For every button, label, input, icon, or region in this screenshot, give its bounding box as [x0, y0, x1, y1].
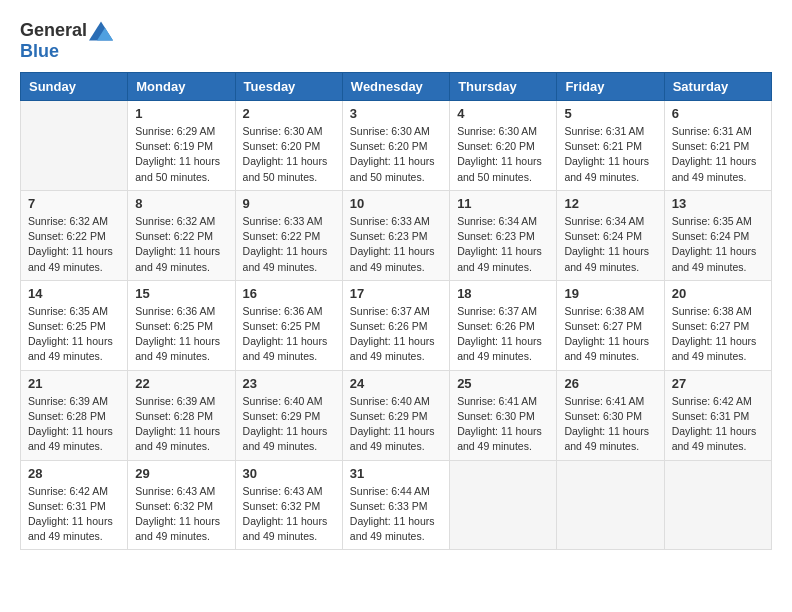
weekday-header-wednesday: Wednesday	[342, 73, 449, 101]
day-info: Sunrise: 6:38 AM Sunset: 6:27 PM Dayligh…	[564, 304, 656, 365]
day-info: Sunrise: 6:39 AM Sunset: 6:28 PM Dayligh…	[135, 394, 227, 455]
day-info: Sunrise: 6:44 AM Sunset: 6:33 PM Dayligh…	[350, 484, 442, 545]
day-info: Sunrise: 6:33 AM Sunset: 6:22 PM Dayligh…	[243, 214, 335, 275]
day-number: 29	[135, 466, 227, 481]
calendar-week-row: 28Sunrise: 6:42 AM Sunset: 6:31 PM Dayli…	[21, 460, 772, 550]
day-number: 15	[135, 286, 227, 301]
calendar-cell: 26Sunrise: 6:41 AM Sunset: 6:30 PM Dayli…	[557, 370, 664, 460]
calendar-cell: 31Sunrise: 6:44 AM Sunset: 6:33 PM Dayli…	[342, 460, 449, 550]
weekday-header-thursday: Thursday	[450, 73, 557, 101]
calendar-cell: 7Sunrise: 6:32 AM Sunset: 6:22 PM Daylig…	[21, 190, 128, 280]
calendar-body: 1Sunrise: 6:29 AM Sunset: 6:19 PM Daylig…	[21, 101, 772, 550]
day-number: 12	[564, 196, 656, 211]
calendar-cell: 10Sunrise: 6:33 AM Sunset: 6:23 PM Dayli…	[342, 190, 449, 280]
day-info: Sunrise: 6:43 AM Sunset: 6:32 PM Dayligh…	[243, 484, 335, 545]
day-info: Sunrise: 6:31 AM Sunset: 6:21 PM Dayligh…	[672, 124, 764, 185]
calendar-cell: 3Sunrise: 6:30 AM Sunset: 6:20 PM Daylig…	[342, 101, 449, 191]
day-number: 11	[457, 196, 549, 211]
day-number: 24	[350, 376, 442, 391]
calendar-cell: 6Sunrise: 6:31 AM Sunset: 6:21 PM Daylig…	[664, 101, 771, 191]
calendar-cell: 19Sunrise: 6:38 AM Sunset: 6:27 PM Dayli…	[557, 280, 664, 370]
day-number: 14	[28, 286, 120, 301]
day-number: 10	[350, 196, 442, 211]
day-info: Sunrise: 6:30 AM Sunset: 6:20 PM Dayligh…	[243, 124, 335, 185]
day-info: Sunrise: 6:37 AM Sunset: 6:26 PM Dayligh…	[350, 304, 442, 365]
calendar-cell	[21, 101, 128, 191]
calendar-cell: 2Sunrise: 6:30 AM Sunset: 6:20 PM Daylig…	[235, 101, 342, 191]
calendar-cell: 16Sunrise: 6:36 AM Sunset: 6:25 PM Dayli…	[235, 280, 342, 370]
day-info: Sunrise: 6:41 AM Sunset: 6:30 PM Dayligh…	[564, 394, 656, 455]
logo-icon	[89, 21, 113, 41]
day-number: 28	[28, 466, 120, 481]
day-number: 13	[672, 196, 764, 211]
day-info: Sunrise: 6:36 AM Sunset: 6:25 PM Dayligh…	[135, 304, 227, 365]
logo-blue-text: Blue	[20, 41, 59, 62]
calendar-cell: 12Sunrise: 6:34 AM Sunset: 6:24 PM Dayli…	[557, 190, 664, 280]
day-number: 2	[243, 106, 335, 121]
calendar-cell: 11Sunrise: 6:34 AM Sunset: 6:23 PM Dayli…	[450, 190, 557, 280]
calendar-cell	[664, 460, 771, 550]
calendar-cell: 28Sunrise: 6:42 AM Sunset: 6:31 PM Dayli…	[21, 460, 128, 550]
day-number: 4	[457, 106, 549, 121]
calendar-cell: 29Sunrise: 6:43 AM Sunset: 6:32 PM Dayli…	[128, 460, 235, 550]
day-info: Sunrise: 6:42 AM Sunset: 6:31 PM Dayligh…	[672, 394, 764, 455]
day-number: 8	[135, 196, 227, 211]
day-number: 1	[135, 106, 227, 121]
page-header: General Blue	[20, 20, 772, 62]
day-info: Sunrise: 6:41 AM Sunset: 6:30 PM Dayligh…	[457, 394, 549, 455]
calendar-header-row: SundayMondayTuesdayWednesdayThursdayFrid…	[21, 73, 772, 101]
day-info: Sunrise: 6:29 AM Sunset: 6:19 PM Dayligh…	[135, 124, 227, 185]
day-number: 6	[672, 106, 764, 121]
day-number: 19	[564, 286, 656, 301]
day-info: Sunrise: 6:34 AM Sunset: 6:23 PM Dayligh…	[457, 214, 549, 275]
calendar-week-row: 7Sunrise: 6:32 AM Sunset: 6:22 PM Daylig…	[21, 190, 772, 280]
day-number: 21	[28, 376, 120, 391]
calendar-cell: 1Sunrise: 6:29 AM Sunset: 6:19 PM Daylig…	[128, 101, 235, 191]
calendar-cell: 25Sunrise: 6:41 AM Sunset: 6:30 PM Dayli…	[450, 370, 557, 460]
day-number: 22	[135, 376, 227, 391]
day-info: Sunrise: 6:39 AM Sunset: 6:28 PM Dayligh…	[28, 394, 120, 455]
day-info: Sunrise: 6:30 AM Sunset: 6:20 PM Dayligh…	[457, 124, 549, 185]
day-number: 30	[243, 466, 335, 481]
day-number: 5	[564, 106, 656, 121]
calendar-week-row: 14Sunrise: 6:35 AM Sunset: 6:25 PM Dayli…	[21, 280, 772, 370]
day-info: Sunrise: 6:32 AM Sunset: 6:22 PM Dayligh…	[28, 214, 120, 275]
calendar-week-row: 21Sunrise: 6:39 AM Sunset: 6:28 PM Dayli…	[21, 370, 772, 460]
day-number: 31	[350, 466, 442, 481]
calendar-cell	[450, 460, 557, 550]
day-number: 23	[243, 376, 335, 391]
calendar-cell	[557, 460, 664, 550]
calendar-cell: 5Sunrise: 6:31 AM Sunset: 6:21 PM Daylig…	[557, 101, 664, 191]
day-number: 7	[28, 196, 120, 211]
day-info: Sunrise: 6:33 AM Sunset: 6:23 PM Dayligh…	[350, 214, 442, 275]
calendar-week-row: 1Sunrise: 6:29 AM Sunset: 6:19 PM Daylig…	[21, 101, 772, 191]
day-number: 3	[350, 106, 442, 121]
day-info: Sunrise: 6:43 AM Sunset: 6:32 PM Dayligh…	[135, 484, 227, 545]
day-info: Sunrise: 6:31 AM Sunset: 6:21 PM Dayligh…	[564, 124, 656, 185]
day-number: 9	[243, 196, 335, 211]
day-info: Sunrise: 6:40 AM Sunset: 6:29 PM Dayligh…	[350, 394, 442, 455]
day-info: Sunrise: 6:32 AM Sunset: 6:22 PM Dayligh…	[135, 214, 227, 275]
day-info: Sunrise: 6:35 AM Sunset: 6:24 PM Dayligh…	[672, 214, 764, 275]
logo: General Blue	[20, 20, 113, 62]
calendar-cell: 21Sunrise: 6:39 AM Sunset: 6:28 PM Dayli…	[21, 370, 128, 460]
day-info: Sunrise: 6:38 AM Sunset: 6:27 PM Dayligh…	[672, 304, 764, 365]
day-number: 27	[672, 376, 764, 391]
calendar-cell: 23Sunrise: 6:40 AM Sunset: 6:29 PM Dayli…	[235, 370, 342, 460]
day-number: 18	[457, 286, 549, 301]
calendar-cell: 18Sunrise: 6:37 AM Sunset: 6:26 PM Dayli…	[450, 280, 557, 370]
calendar-cell: 17Sunrise: 6:37 AM Sunset: 6:26 PM Dayli…	[342, 280, 449, 370]
day-info: Sunrise: 6:36 AM Sunset: 6:25 PM Dayligh…	[243, 304, 335, 365]
day-number: 16	[243, 286, 335, 301]
day-info: Sunrise: 6:37 AM Sunset: 6:26 PM Dayligh…	[457, 304, 549, 365]
calendar-cell: 20Sunrise: 6:38 AM Sunset: 6:27 PM Dayli…	[664, 280, 771, 370]
weekday-header-monday: Monday	[128, 73, 235, 101]
calendar-cell: 30Sunrise: 6:43 AM Sunset: 6:32 PM Dayli…	[235, 460, 342, 550]
weekday-header-saturday: Saturday	[664, 73, 771, 101]
calendar-cell: 8Sunrise: 6:32 AM Sunset: 6:22 PM Daylig…	[128, 190, 235, 280]
day-info: Sunrise: 6:40 AM Sunset: 6:29 PM Dayligh…	[243, 394, 335, 455]
day-info: Sunrise: 6:34 AM Sunset: 6:24 PM Dayligh…	[564, 214, 656, 275]
calendar-cell: 9Sunrise: 6:33 AM Sunset: 6:22 PM Daylig…	[235, 190, 342, 280]
day-info: Sunrise: 6:30 AM Sunset: 6:20 PM Dayligh…	[350, 124, 442, 185]
logo-general-text: General	[20, 20, 87, 41]
